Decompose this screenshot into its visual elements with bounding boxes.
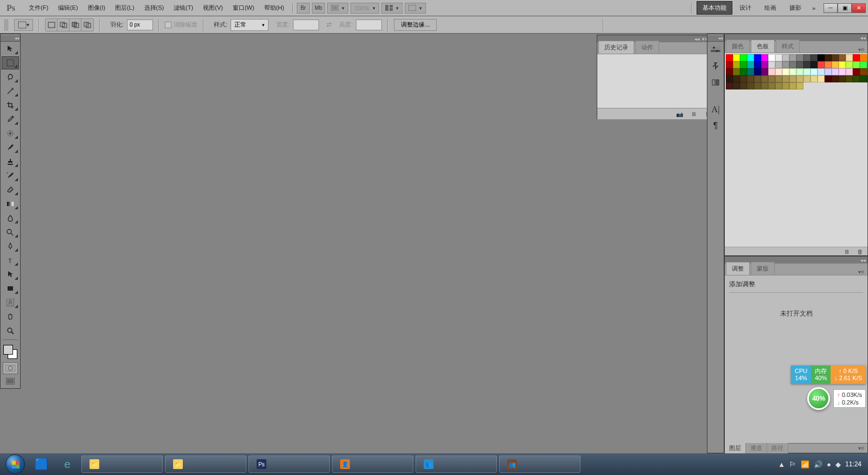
menu-select[interactable]: 选择(S) [139,2,169,14]
tray-flag-icon[interactable]: 🏳 [789,460,796,468]
dock-brush-icon[interactable] [709,75,723,89]
close-button[interactable]: ✕ [852,3,866,13]
eyedropper-tool[interactable] [2,113,19,126]
swatch-cell[interactable] [825,61,832,68]
swatch-cell[interactable] [775,75,782,82]
new-swatch-icon[interactable]: 🗎 [843,248,851,255]
tray-network-icon[interactable]: 📶 [801,460,809,468]
swatch-cell[interactable] [803,68,810,75]
workspace-painting[interactable]: 绘画 [758,1,782,15]
swatch-cell[interactable] [761,61,768,68]
taskbar-pinned-1[interactable]: 🟦 [28,454,54,474]
swatch-cell[interactable] [789,68,796,75]
monitor-circle[interactable]: 40% [807,387,830,410]
collapse-icon[interactable]: ◂◂ [694,36,700,42]
tab-layers[interactable]: 图层 [725,443,746,453]
swatch-cell[interactable] [761,82,768,89]
swatch-cell[interactable] [789,82,796,89]
pen-tool[interactable] [2,240,19,253]
swatch-cell[interactable] [726,61,733,68]
zoom-dropdown[interactable]: 100% [350,3,379,14]
swatch-cell[interactable] [740,61,747,68]
swatch-cell[interactable] [726,82,733,89]
swatch-cell[interactable] [754,82,761,89]
swatch-cell[interactable] [846,61,853,68]
swatch-cell[interactable] [839,75,846,82]
swatch-cell[interactable] [803,54,810,61]
dodge-tool[interactable] [2,226,19,239]
swatch-cell[interactable] [796,68,803,75]
dock-color-icon[interactable] [709,43,723,57]
swatch-cell[interactable] [782,75,789,82]
blur-tool[interactable] [2,211,19,224]
swatch-cell[interactable] [825,68,832,75]
tray-icon[interactable]: ● [827,460,831,468]
new-document-icon[interactable]: 🗎 [690,110,698,118]
swatch-cell[interactable] [796,75,803,82]
crop-tool[interactable] [2,99,19,112]
swatch-cell[interactable] [818,54,825,61]
selection-intersect[interactable] [81,19,93,31]
feather-input[interactable] [127,20,153,30]
swatch-cell[interactable] [867,61,867,68]
collapse-icon[interactable]: ◂◂ [860,35,866,41]
swatch-cell[interactable] [754,75,761,82]
swatch-cell[interactable] [768,82,775,89]
swatch-grid[interactable] [725,53,867,247]
refine-edge-button[interactable]: 调整边缘... [394,19,437,31]
swatch-cell[interactable] [726,54,733,61]
lasso-tool[interactable] [2,70,19,84]
workspace-photography[interactable]: 摄影 [783,1,807,15]
swatch-cell[interactable] [810,61,818,68]
swatch-cell[interactable] [839,68,846,75]
history-brush-tool[interactable] [2,169,19,182]
swatch-cell[interactable] [733,68,740,75]
eraser-tool[interactable] [2,183,19,196]
shape-tool[interactable] [2,282,19,295]
taskbar-item[interactable]: 👤 [332,455,413,473]
swatch-cell[interactable] [818,61,825,68]
swatch-cell[interactable] [754,61,761,68]
swatch-cell[interactable] [860,54,867,61]
quick-mask-toggle[interactable] [3,362,18,374]
dock-paragraph-icon[interactable]: ¶ [709,119,723,133]
stamp-tool[interactable] [2,155,19,168]
panel-menu-icon[interactable]: ▾≡ [858,269,864,275]
magic-wand-tool[interactable] [2,85,19,98]
tab-adjustments[interactable]: 调整 [726,262,750,275]
swatch-cell[interactable] [832,54,839,61]
taskbar-item[interactable]: 👥 [416,455,497,473]
gradient-tool[interactable] [2,197,19,210]
minibridge-button[interactable]: Mb [312,3,325,14]
menu-image[interactable]: 图像(I) [83,2,110,14]
3d-tool[interactable]: 🇦 [2,296,19,309]
taskbar-item[interactable]: 👥 [499,455,580,473]
swatch-cell[interactable] [782,54,789,61]
swatch-cell[interactable] [775,54,782,61]
swatch-cell[interactable] [853,68,860,75]
menu-filter[interactable]: 滤镜(T) [169,2,198,14]
swatch-cell[interactable] [761,75,768,82]
swatch-cell[interactable] [789,61,796,68]
swatch-cell[interactable] [860,75,867,82]
panel-menu-icon[interactable]: ▾≡ [858,445,864,451]
tab-actions[interactable]: 动作 [635,41,659,54]
swatch-cell[interactable] [832,75,839,82]
workspace-design[interactable]: 设计 [733,1,757,15]
screen-mode-button[interactable] [2,375,19,388]
swatch-cell[interactable] [747,82,754,89]
dock-character-icon[interactable] [709,59,723,73]
color-swatches[interactable] [2,344,18,360]
swatch-cell[interactable] [726,68,733,75]
zoom-tool[interactable] [2,324,19,337]
bridge-button[interactable]: Br [297,3,310,14]
swatch-cell[interactable] [768,75,775,82]
swatch-cell[interactable] [796,82,803,89]
grab-handle[interactable] [4,19,9,31]
dock-text-icon[interactable]: A| [709,102,723,117]
swatch-cell[interactable] [782,68,789,75]
swatch-cell[interactable] [789,75,796,82]
swatch-cell[interactable] [796,54,803,61]
swatch-cell[interactable] [726,75,733,82]
swatch-cell[interactable] [796,61,803,68]
